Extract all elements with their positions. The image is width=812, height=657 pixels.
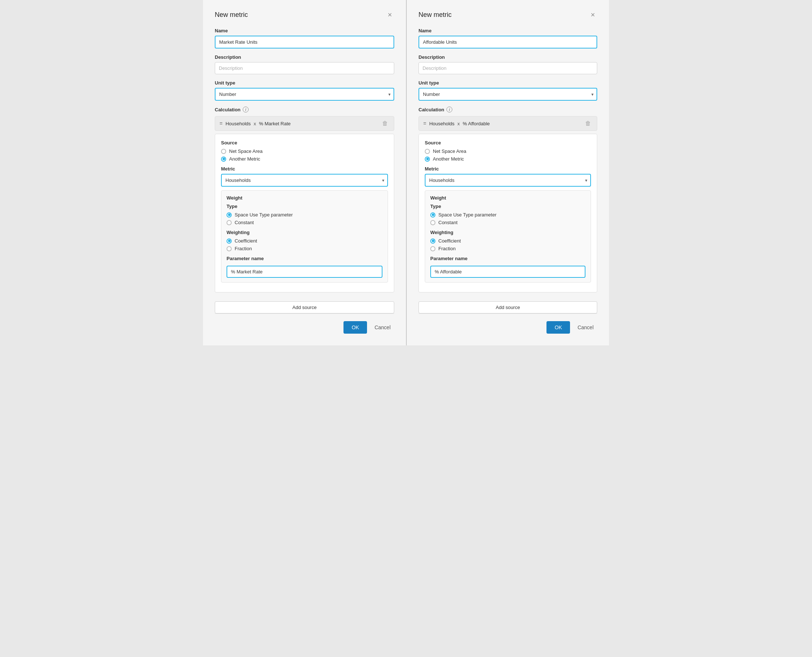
- metric-label-right: Metric: [425, 166, 591, 171]
- weighting-option2-row-right[interactable]: Fraction: [430, 246, 586, 251]
- dialog-right-title: New metric: [418, 11, 451, 19]
- source-option1-label-left: Net Space Area: [229, 148, 262, 154]
- unit-type-select-left[interactable]: Number: [215, 88, 394, 101]
- source-label-right: Source: [425, 140, 591, 145]
- dialog-left-header: New metric ×: [215, 10, 394, 19]
- unit-type-label-left: Unit type: [215, 80, 394, 86]
- source-panel-left: Source Net Space Area Another Metric Met…: [215, 134, 394, 293]
- weight-type-option2-radio-right[interactable]: [430, 220, 436, 225]
- weight-type-option1-label-right: Space Use Type parameter: [438, 212, 497, 218]
- calc-term1-left: Households: [225, 121, 251, 126]
- metric-select-wrapper-right: Households ▾: [425, 174, 591, 187]
- dialog-left: New metric × Name Description Unit type …: [203, 0, 406, 346]
- name-label-right: Name: [418, 28, 597, 33]
- unit-type-select-right[interactable]: Number: [418, 88, 597, 101]
- metric-select-right[interactable]: Households: [425, 174, 591, 187]
- source-label-left: Source: [221, 140, 388, 145]
- calculation-label-row-left: Calculation i: [215, 107, 394, 112]
- screen: New metric × Name Description Unit type …: [203, 0, 609, 346]
- source-option2-label-left: Another Metric: [229, 156, 260, 162]
- trash-icon-left[interactable]: 🗑: [381, 120, 389, 128]
- description-field-group-left: Description: [215, 54, 394, 74]
- metric-select-wrapper-left: Households ▾: [221, 174, 388, 187]
- weight-type-option2-label-left: Constant: [235, 220, 254, 225]
- source-option1-row-right[interactable]: Net Space Area: [425, 148, 591, 154]
- source-option1-radio-right[interactable]: [425, 149, 430, 154]
- calculation-info-icon-right: i: [447, 107, 452, 112]
- calc-eq-right: =: [423, 120, 426, 126]
- calc-eq-left: =: [220, 120, 222, 126]
- source-option1-row-left[interactable]: Net Space Area: [221, 148, 388, 154]
- metric-select-left[interactable]: Households: [221, 174, 388, 187]
- unit-type-label-right: Unit type: [418, 80, 597, 86]
- weight-type-label-right: Type: [430, 204, 586, 209]
- weighting-option2-radio-left[interactable]: [226, 246, 232, 251]
- weight-type-label-left: Type: [226, 204, 383, 209]
- param-name-section-right: Parameter name: [430, 256, 586, 278]
- unit-type-field-group-left: Unit type Number ▾: [215, 80, 394, 101]
- param-name-input-left[interactable]: [226, 266, 383, 278]
- ok-button-left[interactable]: OK: [344, 321, 367, 334]
- description-input-left[interactable]: [215, 62, 394, 74]
- name-input-right[interactable]: [418, 36, 597, 48]
- weight-type-option2-label-right: Constant: [438, 220, 458, 225]
- trash-icon-right[interactable]: 🗑: [584, 120, 592, 128]
- cancel-button-left[interactable]: Cancel: [371, 321, 394, 334]
- source-option2-label-right: Another Metric: [433, 156, 464, 162]
- weighting-option1-label-left: Coefficient: [235, 238, 257, 244]
- weighting-section-right: Weighting Coefficient Fraction: [430, 230, 586, 251]
- weight-type-option1-radio-left[interactable]: [226, 212, 232, 218]
- calculation-label-right: Calculation: [418, 107, 444, 112]
- weighting-option2-radio-right[interactable]: [430, 246, 436, 251]
- weighting-option2-row-left[interactable]: Fraction: [226, 246, 383, 251]
- calc-x-right: x: [458, 121, 460, 126]
- source-panel-right: Source Net Space Area Another Metric Met…: [418, 134, 597, 293]
- add-source-button-right[interactable]: Add source: [418, 301, 597, 313]
- ok-button-right[interactable]: OK: [547, 321, 570, 334]
- calc-row-left: = Households x % Market Rate 🗑: [215, 116, 394, 131]
- description-label-right: Description: [418, 54, 597, 60]
- weighting-option1-label-right: Coefficient: [438, 238, 461, 244]
- weighting-option1-row-right[interactable]: Coefficient: [430, 238, 586, 244]
- cancel-button-right[interactable]: Cancel: [574, 321, 597, 334]
- dialog-left-title: New metric: [215, 11, 248, 19]
- weight-type-option2-row-right[interactable]: Constant: [430, 220, 586, 225]
- weight-type-option1-row-left[interactable]: Space Use Type parameter: [226, 212, 383, 218]
- description-field-group-right: Description: [418, 54, 597, 74]
- weight-box-left: Weight Type Space Use Type parameter Con…: [221, 190, 388, 283]
- param-name-section-left: Parameter name: [226, 256, 383, 278]
- param-name-input-right[interactable]: [430, 266, 586, 278]
- weight-type-option2-row-left[interactable]: Constant: [226, 220, 383, 225]
- calculation-label-row-right: Calculation i: [418, 107, 597, 112]
- weighting-label-left: Weighting: [226, 230, 383, 235]
- description-input-right[interactable]: [418, 62, 597, 74]
- dialog-left-footer: OK Cancel: [215, 313, 394, 334]
- metric-label-left: Metric: [221, 166, 388, 171]
- source-option2-row-right[interactable]: Another Metric: [425, 156, 591, 162]
- unit-type-select-wrapper-left: Number ▾: [215, 88, 394, 101]
- weighting-option1-radio-left[interactable]: [226, 238, 232, 244]
- weight-type-option1-radio-right[interactable]: [430, 212, 436, 218]
- weight-type-option2-radio-left[interactable]: [226, 220, 232, 225]
- dialog-right-close-button[interactable]: ×: [589, 10, 597, 19]
- weight-box-right: Weight Type Space Use Type parameter Con…: [425, 190, 591, 283]
- weighting-option1-radio-right[interactable]: [430, 238, 436, 244]
- weight-type-option1-row-right[interactable]: Space Use Type parameter: [430, 212, 586, 218]
- source-option2-row-left[interactable]: Another Metric: [221, 156, 388, 162]
- source-option1-radio-left[interactable]: [221, 149, 226, 154]
- weighting-option2-label-right: Fraction: [438, 246, 456, 251]
- unit-type-field-group-right: Unit type Number ▾: [418, 80, 597, 101]
- name-field-group-right: Name: [418, 28, 597, 48]
- source-option2-radio-left[interactable]: [221, 157, 226, 162]
- name-input-left[interactable]: [215, 36, 394, 48]
- calc-row-right: = Households x % Affordable 🗑: [418, 116, 597, 131]
- weighting-option1-row-left[interactable]: Coefficient: [226, 238, 383, 244]
- calc-term2-right: % Affordable: [463, 121, 489, 126]
- weight-label-right: Weight: [430, 195, 586, 201]
- dialog-left-close-button[interactable]: ×: [386, 10, 394, 19]
- weighting-section-left: Weighting Coefficient Fraction: [226, 230, 383, 251]
- add-source-button-left[interactable]: Add source: [215, 301, 394, 313]
- calc-term1-right: Households: [429, 121, 454, 126]
- source-option2-radio-right[interactable]: [425, 157, 430, 162]
- metric-field-group-right: Metric Households ▾: [425, 166, 591, 187]
